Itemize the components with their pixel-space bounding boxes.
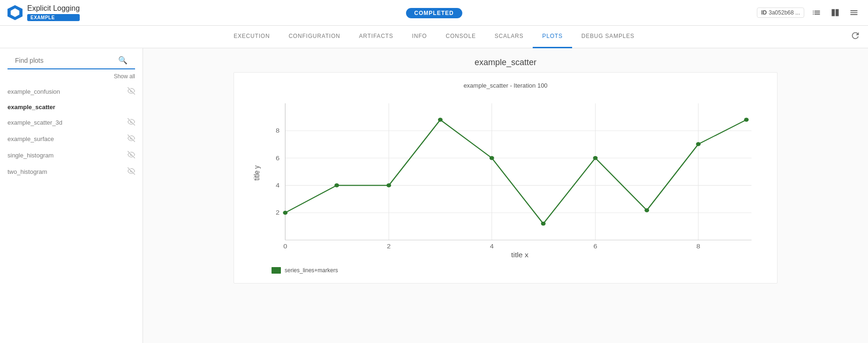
svg-text:4: 4 bbox=[276, 182, 280, 189]
svg-text:title y: title y bbox=[253, 165, 261, 180]
menu-button[interactable] bbox=[847, 6, 860, 19]
sidebar: 🔍 Show all example_confusion example_sca… bbox=[0, 48, 143, 343]
eye-off-icon bbox=[128, 167, 135, 176]
svg-text:6: 6 bbox=[593, 243, 597, 250]
svg-point-24 bbox=[334, 183, 339, 187]
search-icon: 🔍 bbox=[118, 56, 128, 65]
split-view-button[interactable] bbox=[829, 6, 842, 19]
tab-artifacts[interactable]: ARTIFACTS bbox=[350, 26, 403, 48]
svg-text:title x: title x bbox=[511, 252, 529, 259]
svg-point-30 bbox=[644, 208, 649, 212]
svg-text:2: 2 bbox=[387, 243, 391, 250]
eye-off-icon bbox=[128, 87, 135, 96]
svg-point-32 bbox=[744, 118, 749, 121]
search-input[interactable] bbox=[15, 57, 118, 64]
sidebar-item-label: two_histogram bbox=[8, 168, 128, 175]
svg-point-25 bbox=[386, 183, 391, 187]
show-all-button[interactable]: Show all bbox=[114, 73, 135, 80]
chart-title: example_scatter bbox=[475, 58, 536, 67]
sidebar-item-label: example_scatter bbox=[8, 104, 135, 111]
tab-scalars[interactable]: SCALARS bbox=[485, 26, 533, 48]
completed-badge: COMPLETED bbox=[406, 8, 462, 18]
top-bar: Explicit Logging EXAMPLE COMPLETED ID 3a… bbox=[0, 0, 868, 26]
sidebar-item-two-histogram[interactable]: two_histogram bbox=[0, 164, 143, 180]
chart-area: example_scatter example_scatter - Iterat… bbox=[143, 48, 868, 343]
tab-console[interactable]: CONSOLE bbox=[436, 26, 485, 48]
id-value: 3a052b68 ... bbox=[769, 9, 800, 16]
svg-marker-0 bbox=[11, 8, 19, 17]
svg-text:4: 4 bbox=[490, 243, 494, 250]
svg-text:8: 8 bbox=[276, 127, 280, 134]
sidebar-item-example-scatter[interactable]: example_scatter bbox=[0, 100, 143, 114]
nav-tabs: EXECUTION CONFIGURATION ARTIFACTS INFO C… bbox=[0, 26, 868, 48]
svg-point-23 bbox=[283, 211, 287, 215]
sidebar-item-example-surface[interactable]: example_surface bbox=[0, 131, 143, 147]
sidebar-item-label: single_histogram bbox=[8, 152, 128, 159]
svg-text:8: 8 bbox=[696, 243, 701, 250]
id-label: ID bbox=[761, 9, 767, 16]
chart-svg: .grid-line { stroke: #e8e8e8; stroke-wid… bbox=[248, 98, 763, 262]
svg-point-26 bbox=[438, 118, 443, 121]
chart-container: example_scatter - Iteration 100 .grid-li… bbox=[234, 72, 777, 283]
top-bar-center: COMPLETED bbox=[406, 8, 462, 17]
id-badge: ID 3a052b68 ... bbox=[757, 7, 804, 18]
eye-off-icon bbox=[128, 134, 135, 143]
chart-legend: series_lines+markers bbox=[248, 267, 763, 274]
svg-point-31 bbox=[696, 142, 701, 146]
svg-point-28 bbox=[541, 222, 546, 225]
tab-debug-samples[interactable]: DEBUG SAMPLES bbox=[572, 26, 644, 48]
sidebar-item-example-confusion[interactable]: example_confusion bbox=[0, 83, 143, 100]
top-bar-right: ID 3a052b68 ... bbox=[757, 6, 860, 19]
tab-plots[interactable]: PLOTS bbox=[533, 26, 572, 48]
tab-execution[interactable]: EXECUTION bbox=[224, 26, 279, 48]
svg-point-27 bbox=[490, 156, 494, 160]
svg-text:0: 0 bbox=[283, 243, 287, 250]
sidebar-item-label: example_confusion bbox=[8, 88, 128, 95]
list-view-button[interactable] bbox=[810, 6, 823, 19]
show-all-row: Show all bbox=[0, 69, 143, 83]
top-bar-left: Explicit Logging EXAMPLE bbox=[8, 4, 757, 21]
sidebar-item-single-histogram[interactable]: single_histogram bbox=[0, 147, 143, 164]
legend-color bbox=[272, 267, 281, 274]
logo-icon bbox=[8, 5, 23, 20]
sidebar-item-example-scatter-3d[interactable]: example_scatter_3d bbox=[0, 114, 143, 131]
sidebar-item-label: example_scatter_3d bbox=[8, 119, 128, 126]
app-title: Explicit Logging bbox=[27, 4, 80, 13]
svg-text:2: 2 bbox=[276, 209, 279, 216]
refresh-button[interactable] bbox=[850, 30, 860, 43]
tag-badge: EXAMPLE bbox=[27, 14, 80, 21]
chart-plot-area: .grid-line { stroke: #e8e8e8; stroke-wid… bbox=[248, 98, 763, 262]
eye-off-icon bbox=[128, 118, 135, 127]
svg-text:6: 6 bbox=[276, 155, 280, 161]
chart-subtitle: example_scatter - Iteration 100 bbox=[248, 82, 763, 89]
app-info: Explicit Logging EXAMPLE bbox=[27, 4, 80, 21]
tab-configuration[interactable]: CONFIGURATION bbox=[279, 26, 349, 48]
main-layout: 🔍 Show all example_confusion example_sca… bbox=[0, 48, 868, 343]
sidebar-item-label: example_surface bbox=[8, 135, 128, 142]
eye-off-icon bbox=[128, 151, 135, 160]
search-area: 🔍 bbox=[0, 56, 143, 69]
tab-info[interactable]: INFO bbox=[403, 26, 437, 48]
legend-label: series_lines+markers bbox=[285, 267, 338, 274]
search-container: 🔍 bbox=[8, 56, 135, 69]
svg-point-29 bbox=[593, 156, 598, 160]
